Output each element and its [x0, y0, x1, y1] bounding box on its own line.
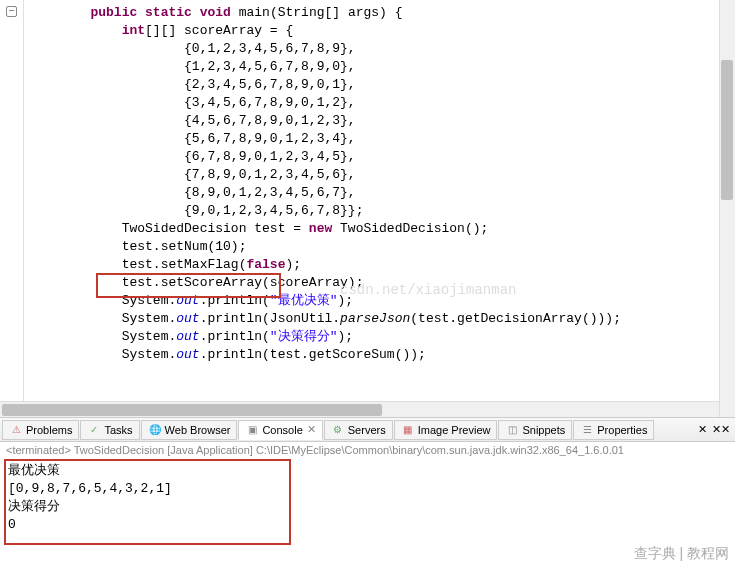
code-line[interactable]: {0,1,2,3,4,5,6,7,8,9},: [28, 40, 735, 58]
code-line[interactable]: System.out.println("决策得分");: [28, 328, 735, 346]
code-line[interactable]: {5,6,7,8,9,0,1,2,3,4},: [28, 130, 735, 148]
code-content[interactable]: public static void main(String[] args) {…: [0, 0, 735, 368]
tab-label: Snippets: [522, 424, 565, 436]
code-line[interactable]: {3,4,5,6,7,8,9,0,1,2},: [28, 94, 735, 112]
tab-label: Servers: [348, 424, 386, 436]
remove-launch-icon[interactable]: ✕: [694, 422, 710, 438]
snippets-icon: ◫: [505, 423, 519, 437]
code-line[interactable]: {6,7,8,9,0,1,2,3,4,5},: [28, 148, 735, 166]
tab-problems[interactable]: ⚠Problems: [2, 420, 79, 440]
console-output[interactable]: 最优决策[0,9,8,7,6,5,4,3,2,1]决策得分0: [0, 458, 735, 538]
tab-console[interactable]: ▣Console✕: [238, 420, 322, 440]
remove-all-icon[interactable]: ✕✕: [713, 422, 729, 438]
image-preview-icon: ▦: [401, 423, 415, 437]
tab-label: Tasks: [104, 424, 132, 436]
tab-snippets[interactable]: ◫Snippets: [498, 420, 572, 440]
console-line: 0: [8, 516, 727, 534]
console-line: [0,9,8,7,6,5,4,3,2,1]: [8, 480, 727, 498]
code-line[interactable]: {1,2,3,4,5,6,7,8,9,0},: [28, 58, 735, 76]
views-tab-bar: ⚠Problems✓Tasks🌐Web Browser▣Console✕⚙Ser…: [0, 418, 735, 442]
code-line[interactable]: test.setMaxFlag(false);: [28, 256, 735, 274]
code-line[interactable]: {7,8,9,0,1,2,3,4,5,6},: [28, 166, 735, 184]
close-icon[interactable]: ✕: [307, 423, 316, 436]
code-line[interactable]: {9,0,1,2,3,4,5,6,7,8}};: [28, 202, 735, 220]
horizontal-scrollbar-thumb[interactable]: [2, 404, 382, 416]
code-line[interactable]: {2,3,4,5,6,7,8,9,0,1},: [28, 76, 735, 94]
code-line[interactable]: {8,9,0,1,2,3,4,5,6,7},: [28, 184, 735, 202]
code-line[interactable]: {4,5,6,7,8,9,0,1,2,3},: [28, 112, 735, 130]
tab-label: Problems: [26, 424, 72, 436]
console-status-line: <terminated> TwoSidedDecision [Java Appl…: [0, 442, 735, 458]
editor-gutter: −: [0, 0, 24, 417]
tab-label: Image Preview: [418, 424, 491, 436]
vertical-scrollbar[interactable]: [719, 0, 735, 417]
tab-servers[interactable]: ⚙Servers: [324, 420, 393, 440]
fold-collapse-icon[interactable]: −: [6, 6, 17, 17]
tab-web-browser[interactable]: 🌐Web Browser: [141, 420, 238, 440]
code-line[interactable]: int[][] scoreArray = {: [28, 22, 735, 40]
code-line[interactable]: System.out.println("最优决策");: [28, 292, 735, 310]
servers-icon: ⚙: [331, 423, 345, 437]
code-line[interactable]: test.setScoreArray(scoreArray);: [28, 274, 735, 292]
horizontal-scrollbar[interactable]: [0, 401, 719, 417]
tab-label: Web Browser: [165, 424, 231, 436]
console-icon: ▣: [245, 423, 259, 437]
console-toolbar: ✕ ✕✕: [690, 422, 733, 438]
code-line[interactable]: System.out.println(test.getScoreSum());: [28, 346, 735, 364]
tab-image-preview[interactable]: ▦Image Preview: [394, 420, 498, 440]
tab-properties[interactable]: ☰Properties: [573, 420, 654, 440]
code-line[interactable]: TwoSidedDecision test = new TwoSidedDeci…: [28, 220, 735, 238]
code-line[interactable]: System.out.println(JsonUtil.parseJson(te…: [28, 310, 735, 328]
tab-label: Console: [262, 424, 302, 436]
web-browser-icon: 🌐: [148, 423, 162, 437]
console-line: 决策得分: [8, 498, 727, 516]
code-line[interactable]: public static void main(String[] args) {: [28, 4, 735, 22]
console-panel: <terminated> TwoSidedDecision [Java Appl…: [0, 442, 735, 567]
tasks-icon: ✓: [87, 423, 101, 437]
tab-tasks[interactable]: ✓Tasks: [80, 420, 139, 440]
properties-icon: ☰: [580, 423, 594, 437]
problems-icon: ⚠: [9, 423, 23, 437]
code-editor[interactable]: − public static void main(String[] args)…: [0, 0, 735, 418]
tab-label: Properties: [597, 424, 647, 436]
code-line[interactable]: test.setNum(10);: [28, 238, 735, 256]
vertical-scrollbar-thumb[interactable]: [721, 60, 733, 200]
console-line: 最优决策: [8, 462, 727, 480]
